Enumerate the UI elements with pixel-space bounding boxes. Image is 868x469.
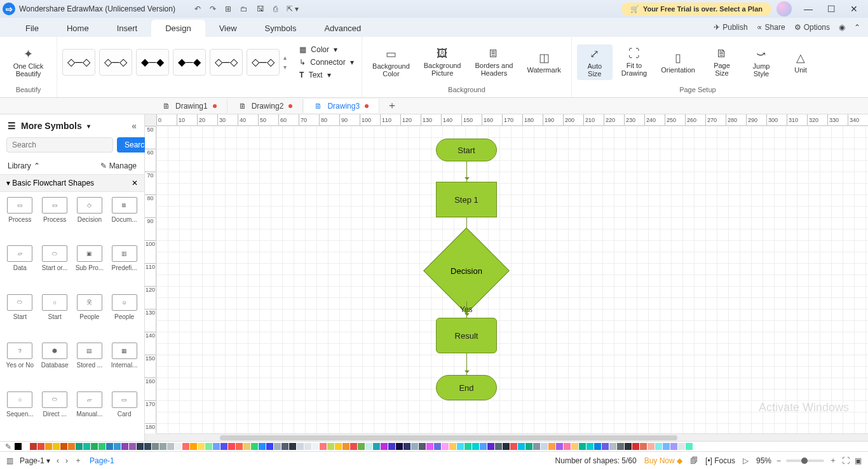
fit-page-icon[interactable]: ⛶: [842, 456, 850, 465]
color-swatch[interactable]: [297, 443, 304, 450]
color-swatch[interactable]: [602, 443, 609, 450]
node-start[interactable]: Start: [436, 139, 497, 161]
color-swatch[interactable]: [213, 443, 220, 450]
color-swatch[interactable]: [632, 443, 639, 450]
shape-item[interactable]: ▭Process: [39, 197, 71, 241]
notification-icon[interactable]: ◉: [839, 23, 845, 32]
style-nav-down-icon[interactable]: ▾: [283, 64, 287, 71]
shape-item[interactable]: ▣Sub Pro...: [74, 245, 106, 290]
color-swatch[interactable]: [60, 443, 67, 450]
color-swatch[interactable]: [625, 443, 632, 450]
color-swatch[interactable]: [373, 443, 380, 450]
color-swatch[interactable]: [91, 443, 98, 450]
shape-item[interactable]: ▥Predefi...: [108, 245, 140, 290]
color-swatch[interactable]: [617, 443, 624, 450]
shape-item[interactable]: ▱Manual...: [74, 391, 106, 436]
options-button[interactable]: ⚙ Options: [794, 23, 830, 32]
color-swatch[interactable]: [670, 443, 677, 450]
color-swatch[interactable]: [655, 443, 662, 450]
color-swatch[interactable]: [175, 443, 182, 450]
color-swatch[interactable]: [289, 443, 296, 450]
share-button[interactable]: ∝ Share: [757, 23, 785, 32]
trial-banner[interactable]: 🛒 Your Free Trial is over. Select a Plan: [621, 3, 771, 16]
style-tile-1[interactable]: ◇─◇: [62, 49, 95, 76]
color-swatch[interactable]: [327, 443, 334, 450]
layers-icon[interactable]: 🗐: [690, 456, 698, 465]
prev-page-icon[interactable]: ‹: [57, 456, 59, 465]
zoom-slider[interactable]: [786, 459, 824, 462]
zoom-out-icon[interactable]: −: [776, 456, 781, 465]
horizontal-scrollbar[interactable]: [156, 433, 868, 441]
color-swatch[interactable]: [396, 443, 403, 450]
shape-item[interactable]: ?Yes or No: [4, 343, 36, 387]
color-swatch[interactable]: [457, 443, 464, 450]
shape-item[interactable]: ○Start: [39, 294, 71, 339]
one-click-beautify-button[interactable]: ✦ One Click Beautify: [8, 44, 49, 80]
color-swatch[interactable]: [548, 443, 555, 450]
shape-item[interactable]: ▭Card: [108, 391, 140, 436]
color-swatch[interactable]: [121, 443, 128, 450]
color-swatch[interactable]: [426, 443, 433, 450]
color-swatch[interactable]: [388, 443, 395, 450]
color-swatch[interactable]: [144, 443, 151, 450]
text-dropdown[interactable]: T Text ▾: [297, 69, 356, 81]
color-swatch[interactable]: [403, 443, 410, 450]
page-selector[interactable]: Page-1 ▾: [20, 456, 50, 465]
node-decision[interactable]: Decision: [436, 240, 497, 301]
add-tab-button[interactable]: ＋: [381, 99, 403, 112]
open-icon[interactable]: 🗀: [240, 4, 248, 13]
shape-item[interactable]: ▤Stored ...: [74, 343, 106, 387]
add-page-icon[interactable]: ＋: [74, 455, 82, 466]
color-swatch[interactable]: [541, 443, 548, 450]
color-swatch[interactable]: [594, 443, 601, 450]
color-swatch[interactable]: [45, 443, 52, 450]
shape-item[interactable]: ▦Internal...: [108, 343, 140, 387]
avatar[interactable]: [776, 1, 792, 17]
connector-dropdown[interactable]: ↳ Connector ▾: [297, 57, 356, 68]
undo-icon[interactable]: ↶: [194, 4, 201, 13]
watermark-button[interactable]: ◫Watermark: [522, 48, 566, 76]
color-swatch[interactable]: [259, 443, 266, 450]
save-icon[interactable]: 🖫: [257, 4, 264, 13]
menu-advanced[interactable]: Advanced: [310, 20, 375, 37]
presentation-icon[interactable]: ▷: [743, 456, 749, 465]
menu-design[interactable]: Design: [151, 20, 205, 37]
shape-item[interactable]: ▱Data: [4, 245, 36, 290]
doc-tab-2[interactable]: 🗎 Drawing2: [229, 99, 304, 113]
color-swatch[interactable]: [76, 443, 83, 450]
fit-to-drawing-button[interactable]: ⛶Fit to Drawing: [616, 44, 652, 79]
shape-item[interactable]: ◇Decision: [74, 197, 106, 241]
library-button[interactable]: Library ⌃: [8, 161, 40, 170]
color-swatch[interactable]: [167, 443, 174, 450]
search-input[interactable]: [6, 137, 113, 153]
color-swatch[interactable]: [152, 443, 159, 450]
color-swatch[interactable]: [350, 443, 357, 450]
menu-home[interactable]: Home: [53, 20, 103, 37]
color-swatch[interactable]: [342, 443, 349, 450]
node-step1[interactable]: Step 1: [436, 182, 497, 217]
color-swatch[interactable]: [678, 443, 685, 450]
color-swatch[interactable]: [434, 443, 441, 450]
color-swatch[interactable]: [663, 443, 670, 450]
doc-tab-3[interactable]: 🗎 Drawing3: [304, 99, 379, 113]
color-swatch[interactable]: [480, 443, 487, 450]
color-dropdown[interactable]: ▦ Color ▾: [297, 44, 356, 55]
shape-item[interactable]: ○Sequen...: [4, 391, 36, 436]
shape-item[interactable]: ⬭Start: [4, 294, 36, 339]
unit-button[interactable]: △Unit: [783, 48, 818, 76]
shape-item[interactable]: ☺People: [108, 294, 140, 339]
focus-button[interactable]: [•] Focus: [705, 456, 735, 465]
color-swatch[interactable]: [503, 443, 510, 450]
color-swatch[interactable]: [228, 443, 235, 450]
color-swatch[interactable]: [518, 443, 525, 450]
zoom-in-icon[interactable]: ＋: [829, 455, 837, 466]
color-swatch[interactable]: [648, 443, 654, 450]
color-swatch[interactable]: [15, 443, 22, 450]
color-swatch[interactable]: [472, 443, 479, 450]
manage-button[interactable]: ✎ Manage: [100, 161, 137, 170]
shape-item[interactable]: 🗎Docum...: [108, 197, 140, 241]
color-swatch[interactable]: [159, 443, 166, 450]
color-swatch[interactable]: [686, 443, 693, 450]
color-swatch[interactable]: [495, 443, 502, 450]
color-swatch[interactable]: [274, 443, 281, 450]
